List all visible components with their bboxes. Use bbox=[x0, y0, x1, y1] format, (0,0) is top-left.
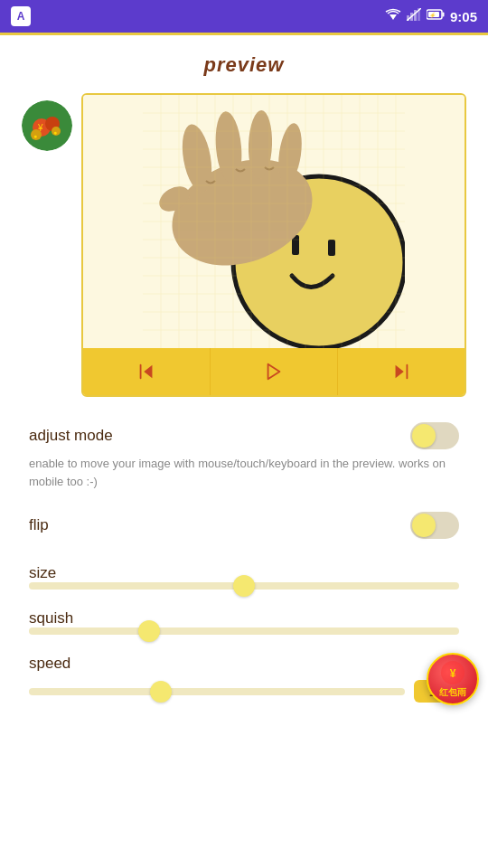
preview-image-area bbox=[83, 95, 465, 348]
next-button[interactable] bbox=[338, 348, 465, 395]
svg-marker-55 bbox=[144, 365, 152, 379]
adjust-mode-label: adjust mode bbox=[29, 427, 113, 445]
page-title: preview bbox=[22, 53, 466, 77]
svg-marker-0 bbox=[389, 14, 397, 20]
floating-promo-badge[interactable]: ¥ 红包雨 bbox=[427, 653, 479, 705]
wifi-icon bbox=[385, 8, 401, 24]
prev-button[interactable] bbox=[83, 348, 211, 395]
main-content: preview ¥ ● ● bbox=[0, 35, 488, 721]
squish-slider-track[interactable] bbox=[29, 627, 459, 635]
avatar: ¥ ● ● bbox=[22, 100, 72, 151]
svg-text:●: ● bbox=[53, 129, 57, 136]
size-row: size bbox=[29, 564, 459, 590]
speed-slider-track[interactable] bbox=[29, 688, 405, 695]
time-display: 9:05 bbox=[450, 9, 477, 24]
flip-label: flip bbox=[29, 516, 49, 534]
media-controls-bar bbox=[83, 348, 465, 395]
size-slider-track[interactable] bbox=[29, 582, 459, 590]
squish-row: squish bbox=[29, 609, 459, 635]
status-bar-right: ⚡ 9:05 bbox=[385, 8, 477, 24]
settings-panel: adjust mode enable to move your image wi… bbox=[22, 422, 466, 703]
adjust-mode-toggle[interactable] bbox=[410, 422, 459, 449]
preview-area: ¥ ● ● bbox=[22, 93, 466, 397]
svg-text:¥: ¥ bbox=[450, 667, 456, 680]
svg-marker-58 bbox=[396, 365, 404, 379]
speed-label: speed bbox=[29, 655, 459, 673]
flip-toggle[interactable] bbox=[410, 512, 459, 539]
svg-rect-21 bbox=[328, 240, 335, 256]
svg-marker-57 bbox=[268, 364, 280, 380]
flip-thumb bbox=[412, 514, 436, 537]
speed-controls: 16 bbox=[29, 680, 459, 703]
flip-row: flip bbox=[29, 512, 459, 539]
preview-card bbox=[81, 93, 466, 397]
floating-badge-text: 红包雨 bbox=[439, 687, 466, 698]
status-bar: A ⚡ bbox=[0, 0, 488, 33]
svg-text:●: ● bbox=[33, 133, 37, 139]
play-button[interactable] bbox=[211, 348, 338, 395]
speed-section: speed 16 bbox=[29, 655, 459, 703]
adjust-mode-row: adjust mode bbox=[29, 422, 459, 449]
app-icon: A bbox=[11, 6, 31, 26]
squish-slider-thumb[interactable] bbox=[138, 620, 160, 642]
svg-rect-7 bbox=[442, 13, 444, 17]
signal-icon bbox=[407, 8, 421, 24]
status-bar-left: A bbox=[11, 6, 31, 26]
svg-text:⚡: ⚡ bbox=[429, 12, 436, 19]
adjust-mode-thumb bbox=[412, 424, 436, 448]
speed-slider-thumb[interactable] bbox=[150, 681, 172, 703]
squish-label: squish bbox=[29, 609, 459, 627]
size-slider-thumb[interactable] bbox=[233, 575, 255, 597]
adjust-mode-description: enable to move your image with mouse/tou… bbox=[29, 455, 459, 490]
battery-icon: ⚡ bbox=[427, 8, 445, 24]
